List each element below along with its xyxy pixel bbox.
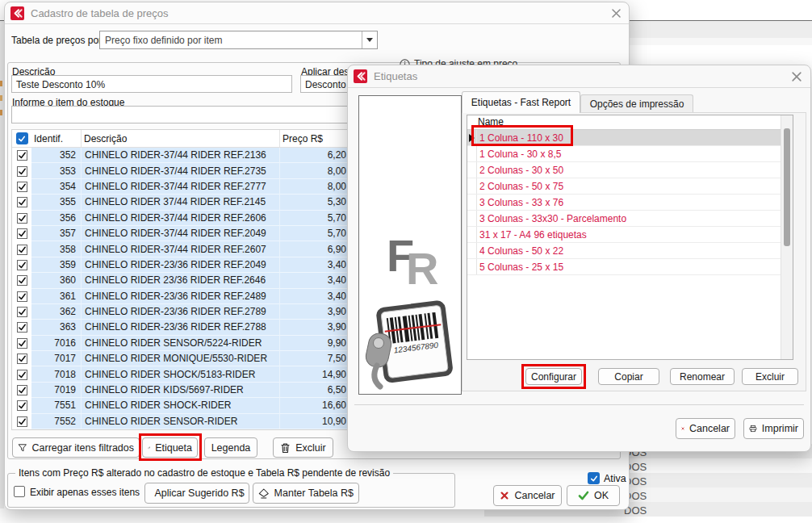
excluir-etiqueta-button[interactable]: Excluir bbox=[742, 368, 798, 385]
etiqueta-list-item[interactable]: 5 Colunas - 25 x 15 bbox=[467, 259, 793, 275]
cell-identif: 356 bbox=[31, 211, 82, 226]
etiqueta-list-item[interactable]: 4 Colunas - 50 x 22 bbox=[467, 243, 793, 259]
check-icon bbox=[18, 308, 27, 316]
check-icon bbox=[18, 292, 27, 301]
etiqueta-list-item[interactable]: 3 Colunas - 33x30 - Parcelamento bbox=[467, 211, 793, 227]
title-bar[interactable]: Etiquetas bbox=[348, 65, 810, 88]
configurar-button[interactable]: Configurar bbox=[525, 368, 582, 385]
column-header-preco[interactable]: Preço R$ bbox=[280, 130, 351, 147]
row-checkbox[interactable] bbox=[17, 166, 27, 177]
cell-descricao: CHINELO RIDER SENSOR/5224-RIDER bbox=[82, 336, 280, 351]
cancel-etiquetas-button[interactable]: Cancelar bbox=[676, 418, 735, 439]
cell-identif: 357 bbox=[31, 226, 82, 241]
row-checkbox[interactable] bbox=[17, 416, 27, 427]
row-checkbox[interactable] bbox=[17, 213, 27, 224]
check-icon bbox=[18, 229, 27, 238]
x-icon bbox=[500, 491, 509, 500]
pendentes-title: Itens com Preço R$ alterado no cadastro … bbox=[15, 467, 393, 479]
copiar-button[interactable]: Copiar bbox=[598, 368, 659, 385]
etiqueta-item-label: 5 Colunas - 25 x 15 bbox=[477, 262, 563, 273]
cell-identif: 7016 bbox=[31, 336, 82, 351]
etiqueta-list-item[interactable]: 1 Coluna - 30 x 8,5 bbox=[467, 146, 793, 162]
background-left-mark bbox=[0, 81, 2, 86]
check-icon bbox=[18, 417, 27, 426]
cell-descricao: CHINELO RIDER 23/36 RIDER REF.2646 bbox=[82, 273, 280, 288]
cell-identif: 363 bbox=[31, 320, 82, 335]
cell-preco: 8,00 bbox=[280, 163, 351, 178]
cell-identif: 360 bbox=[31, 273, 82, 288]
etiqueta-button[interactable]: Etiqueta bbox=[142, 437, 198, 458]
select-all-checkbox[interactable] bbox=[16, 132, 28, 144]
cell-identif: 7018 bbox=[31, 366, 82, 382]
column-header-identif[interactable]: Identif. bbox=[31, 130, 82, 147]
imprimir-button[interactable]: Imprimir bbox=[743, 418, 804, 439]
fastreport-logo-r: R bbox=[406, 246, 438, 291]
row-checkbox[interactable] bbox=[17, 182, 27, 192]
etiqueta-list-item[interactable]: 3 Colunas - 33 x 76 bbox=[467, 195, 793, 211]
row-checkbox[interactable] bbox=[17, 150, 27, 161]
etiqueta-list-item[interactable]: 1 Coluna - 110 x 30 bbox=[467, 130, 793, 146]
renomear-button[interactable]: Renomear bbox=[670, 368, 735, 385]
title-bar[interactable]: Cadastro de tabela de preços bbox=[5, 2, 629, 24]
row-checkbox[interactable] bbox=[17, 354, 27, 364]
chevron-down-icon[interactable] bbox=[362, 31, 377, 48]
scrollbar[interactable] bbox=[781, 115, 793, 359]
trash-icon bbox=[280, 442, 291, 454]
aplicar-sugerido-button[interactable]: Aplicar Sugerido R$ bbox=[144, 483, 249, 504]
check-icon bbox=[18, 151, 27, 160]
row-checkbox[interactable] bbox=[17, 307, 27, 317]
etiqueta-list-item[interactable]: 31 x 17 - A4 96 etiquetas bbox=[467, 227, 793, 243]
printer-icon bbox=[749, 423, 757, 434]
row-checkbox[interactable] bbox=[17, 245, 27, 255]
cell-descricao: CHINELO RIDER-37/44 RIDER REF.2049 bbox=[82, 226, 280, 241]
cell-identif: 353 bbox=[31, 163, 82, 178]
row-checkbox[interactable] bbox=[17, 322, 27, 333]
descricao-input[interactable]: Teste Desconto 10% bbox=[11, 75, 292, 93]
close-icon[interactable] bbox=[609, 6, 622, 19]
row-marker bbox=[467, 211, 477, 226]
scrollbar-thumb[interactable] bbox=[784, 128, 790, 246]
close-icon[interactable] bbox=[790, 70, 803, 83]
exibir-apenas-checkbox[interactable] bbox=[14, 486, 25, 497]
cell-identif: 359 bbox=[31, 257, 82, 273]
check-icon bbox=[18, 401, 27, 410]
row-checkbox[interactable] bbox=[17, 400, 27, 411]
row-checkbox[interactable] bbox=[17, 385, 27, 395]
etiquetas-list-body: 1 Coluna - 110 x 301 Coluna - 30 x 8,52 … bbox=[467, 130, 793, 275]
legenda-button[interactable]: Legenda bbox=[204, 437, 257, 458]
row-checkbox[interactable] bbox=[17, 228, 27, 239]
column-header-descricao[interactable]: Descrição bbox=[82, 130, 280, 147]
excluir-button[interactable]: Excluir bbox=[273, 437, 333, 458]
ok-button[interactable]: OK bbox=[567, 485, 620, 506]
manter-tabela-button[interactable]: Manter Tabela R$ bbox=[253, 483, 359, 504]
row-checkbox[interactable] bbox=[17, 260, 27, 270]
price-table-by-select[interactable]: Preço fixo definido por item bbox=[99, 31, 378, 49]
cell-descricao: CHINELO RIDER-37/44 RIDER REF.2607 bbox=[82, 241, 280, 257]
cell-preco: 6,90 bbox=[280, 241, 351, 257]
check-icon bbox=[18, 182, 27, 191]
tab-etiquetas-fast-report[interactable]: Etiquetas - Fast Report bbox=[462, 91, 580, 113]
row-checkbox[interactable] bbox=[17, 370, 27, 380]
etiqueta-item-label: 2 Colunas - 30 x 50 bbox=[477, 165, 563, 176]
row-marker bbox=[467, 146, 477, 161]
cell-descricao: CHINELO RIDER SENSOR-RIDER bbox=[82, 414, 280, 429]
row-checkbox[interactable] bbox=[17, 291, 27, 302]
row-checkbox[interactable] bbox=[17, 197, 27, 207]
etiqueta-list-item[interactable]: 2 Colunas - 50 x 75 bbox=[467, 178, 793, 195]
app-icon bbox=[354, 69, 367, 83]
cancel-button[interactable]: Cancelar bbox=[493, 485, 562, 506]
row-checkbox[interactable] bbox=[17, 338, 27, 349]
dialog-etiquetas: Etiquetas F R 1234567890 bbox=[347, 65, 811, 452]
etiqueta-list-item[interactable]: 2 Colunas - 30 x 50 bbox=[467, 162, 793, 178]
ativa-checkbox[interactable] bbox=[588, 472, 600, 484]
tab-opcoes-impressao[interactable]: Opções de impressão bbox=[580, 94, 693, 113]
cell-descricao: CHINELO RIDER 37/44 RIDER REF.2145 bbox=[82, 195, 280, 210]
cell-descricao: CHINELO RIDER-37/44 RIDER REF.2735 bbox=[82, 163, 280, 178]
check-icon bbox=[18, 261, 27, 270]
row-checkbox[interactable] bbox=[17, 275, 27, 286]
row-marker bbox=[467, 162, 477, 178]
check-icon bbox=[18, 354, 27, 363]
cell-identif: 355 bbox=[31, 195, 82, 210]
carregar-itens-button[interactable]: Carregar itens filtrados bbox=[12, 437, 140, 458]
cell-preco: 3,40 bbox=[280, 257, 351, 273]
